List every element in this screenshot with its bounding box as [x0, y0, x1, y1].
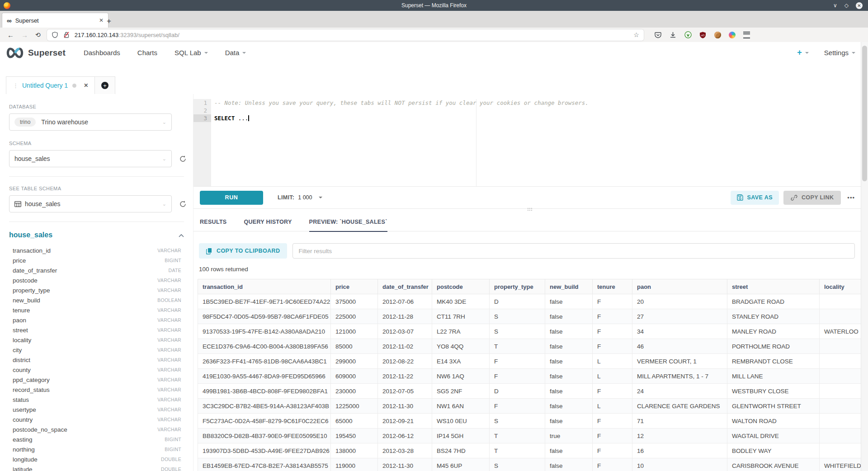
- downloads-icon[interactable]: [670, 31, 677, 38]
- limit-dropdown[interactable]: LIMIT: 1 000: [278, 194, 322, 201]
- pocket-icon[interactable]: [655, 31, 662, 38]
- cell-property-type: T: [490, 429, 545, 443]
- insecure-lock-icon[interactable]: [63, 31, 70, 38]
- refresh-schemas-icon[interactable]: [179, 155, 187, 163]
- copy-link-button[interactable]: COPY LINK: [783, 191, 841, 205]
- scrollbar-thumb[interactable]: [862, 46, 867, 181]
- cell-price: 65000: [331, 414, 378, 429]
- column-header[interactable]: locality: [820, 279, 861, 294]
- copy-to-clipboard-button[interactable]: COPY TO CLIPBOARD: [199, 243, 287, 259]
- table-row: 98F5DC47-0D05-4D59-95B7-98CA6F1FDE05 225…: [198, 309, 861, 324]
- table-icon: [14, 201, 21, 207]
- more-options-button[interactable]: •••: [847, 194, 855, 201]
- refresh-tables-icon[interactable]: [179, 200, 187, 208]
- editor-gutter: 1 2 3: [193, 99, 211, 186]
- cell-locality: WHITEFIELD: [820, 458, 861, 471]
- query-tab[interactable]: ⋮ Untitled Query 1 ✕: [6, 76, 95, 94]
- cell-locality: [820, 354, 861, 369]
- column-header[interactable]: new_build: [545, 279, 593, 294]
- column-header[interactable]: transaction_id: [198, 279, 331, 294]
- nav-sql-lab[interactable]: SQL Lab: [175, 49, 208, 57]
- sqllab-main-pane: 1 2 3 -- Note: Unless you save your quer…: [193, 94, 861, 471]
- column-type: VARCHAR: [157, 367, 184, 372]
- table-column-row: county VARCHAR: [9, 365, 184, 375]
- chevron-down-icon: [319, 197, 322, 198]
- add-new-button[interactable]: +: [797, 48, 809, 57]
- pane-resize-handle[interactable]: [528, 208, 528, 209]
- forward-icon[interactable]: →: [21, 31, 28, 39]
- table-column-row: longitude DOUBLE: [9, 454, 184, 464]
- browser-tab-close-icon[interactable]: ✕: [99, 17, 104, 24]
- cell-locality: [820, 384, 861, 399]
- cookie-extension-icon[interactable]: [714, 32, 721, 38]
- cell-postcode: E14 3XA: [432, 354, 490, 369]
- copy-icon: [206, 248, 212, 254]
- shield-icon[interactable]: [52, 31, 59, 38]
- column-header[interactable]: street: [727, 279, 820, 294]
- browser-tab[interactable]: ∞ Superset ✕: [2, 13, 108, 28]
- menu-icon[interactable]: [743, 32, 750, 38]
- column-name: postcode: [13, 277, 38, 284]
- cell-price: 225000: [331, 309, 378, 324]
- column-header[interactable]: tenure: [593, 279, 632, 294]
- back-icon[interactable]: ←: [7, 31, 14, 39]
- nav-data[interactable]: Data: [225, 49, 246, 57]
- privacy-extension-icon[interactable]: [684, 31, 692, 38]
- database-select[interactable]: trino Trino warehouse ⌄: [9, 113, 172, 131]
- tab-query-history[interactable]: QUERY HISTORY: [244, 219, 292, 232]
- reload-icon[interactable]: ⟲: [35, 31, 41, 38]
- query-tab-close-icon[interactable]: ✕: [84, 82, 88, 89]
- sql-editor[interactable]: 1 2 3 -- Note: Unless you save your quer…: [193, 99, 861, 186]
- cell-price: 195450: [331, 429, 378, 443]
- table-column-row: status VARCHAR: [9, 395, 184, 405]
- containers-extension-icon[interactable]: [729, 32, 736, 38]
- save-as-button[interactable]: SAVE AS: [731, 191, 779, 205]
- filter-results-input[interactable]: [292, 243, 855, 259]
- ublock-icon[interactable]: uO: [699, 31, 707, 38]
- cell-tenure: F: [593, 384, 632, 399]
- settings-menu[interactable]: Settings: [824, 49, 855, 57]
- column-header[interactable]: postcode: [432, 279, 490, 294]
- sqllab-sidebar: DATABASE trino Trino warehouse ⌄ SCHEMA …: [0, 94, 193, 471]
- column-type: VARCHAR: [157, 397, 184, 402]
- column-name: locality: [13, 337, 31, 344]
- tab-preview-house-sales[interactable]: PREVIEW: `HOUSE_SALES`: [309, 219, 387, 232]
- cell-paon: 46: [632, 339, 727, 354]
- column-header[interactable]: date_of_transfer: [378, 279, 432, 294]
- schema-label: SCHEMA: [9, 141, 184, 146]
- url-bar[interactable]: 217.160.120.143:32393/superset/sqllab/ ☆: [47, 29, 644, 41]
- column-header[interactable]: price: [331, 279, 378, 294]
- cell-transaction-id: 193907D3-5DBD-453D-A49E-9FEE27DAB926: [198, 443, 331, 458]
- column-type: VARCHAR: [157, 317, 184, 323]
- column-name: status: [13, 396, 29, 403]
- chevron-down-icon: [805, 52, 809, 54]
- new-tab-button[interactable]: +: [107, 17, 111, 25]
- cell-street: WAGTAIL DRIVE: [727, 429, 820, 443]
- chevron-down-icon: [852, 52, 855, 54]
- tab-results[interactable]: RESULTS: [200, 219, 227, 232]
- window-close-icon[interactable]: ✕: [856, 2, 863, 9]
- line-number: 1: [193, 99, 211, 107]
- column-name: ppd_category: [13, 377, 50, 383]
- new-query-tab-button[interactable]: +: [94, 76, 115, 94]
- column-name: district: [13, 357, 30, 363]
- run-button[interactable]: RUN: [200, 191, 263, 205]
- table-select[interactable]: house_sales ⌄: [9, 195, 172, 212]
- page-scrollbar[interactable]: [861, 42, 868, 471]
- window-maximize-icon[interactable]: ◇: [844, 3, 849, 8]
- superset-navbar: Superset Dashboards Charts SQL Lab Data …: [0, 42, 868, 64]
- collapse-icon[interactable]: [179, 234, 184, 237]
- nav-dashboards[interactable]: Dashboards: [84, 49, 120, 57]
- cell-tenure: F: [593, 414, 632, 429]
- superset-brand[interactable]: Superset: [5, 47, 66, 59]
- drag-handle-icon[interactable]: ⋮: [13, 82, 18, 89]
- nav-charts[interactable]: Charts: [137, 49, 157, 57]
- schema-select[interactable]: house_sales ⌄: [9, 150, 172, 167]
- bookmark-star-icon[interactable]: ☆: [633, 31, 639, 38]
- text-cursor: [248, 115, 249, 121]
- cell-property-type: S: [490, 309, 545, 324]
- column-header[interactable]: paon: [632, 279, 727, 294]
- column-header[interactable]: property_type: [490, 279, 545, 294]
- column-type: DOUBLE: [161, 466, 184, 471]
- window-minimize-icon[interactable]: ∨: [833, 3, 837, 8]
